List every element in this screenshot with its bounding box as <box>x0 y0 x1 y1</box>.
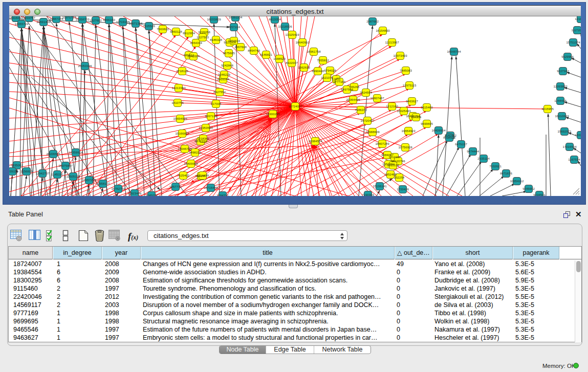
svg-text:1227503: 1227503 <box>197 35 209 39</box>
svg-text:16154830: 16154830 <box>376 29 390 32</box>
svg-text:3824554: 3824554 <box>360 91 372 94</box>
svg-text:15720407: 15720407 <box>360 119 375 122</box>
svg-text:8471676: 8471676 <box>500 171 512 175</box>
svg-text:18807249: 18807249 <box>375 142 389 145</box>
svg-text:10756928: 10756928 <box>398 145 412 149</box>
svg-text:1244415: 1244415 <box>554 99 567 102</box>
svg-text:9242848: 9242848 <box>221 63 233 67</box>
svg-text:9245072: 9245072 <box>145 193 158 196</box>
svg-text:917004: 917004 <box>211 102 222 105</box>
svg-text:18316093: 18316093 <box>9 16 23 19</box>
svg-text:15136141: 15136141 <box>373 184 387 188</box>
svg-text:9227342: 9227342 <box>557 69 569 73</box>
svg-text:20364436: 20364436 <box>346 98 360 101</box>
svg-text:6466160: 6466160 <box>103 18 115 21</box>
svg-text:1939159: 1939159 <box>9 169 18 173</box>
svg-text:1498222: 1498222 <box>189 150 201 154</box>
svg-text:8454749: 8454749 <box>248 49 260 52</box>
svg-text:18640910: 18640910 <box>295 40 310 44</box>
svg-text:1156819: 1156819 <box>20 169 33 173</box>
svg-text:12093832: 12093832 <box>553 84 568 88</box>
svg-text:17016504: 17016504 <box>562 145 577 148</box>
svg-text:10025433: 10025433 <box>397 109 411 113</box>
svg-text:16210643: 16210643 <box>555 114 569 118</box>
svg-text:20975867: 20975867 <box>58 164 73 167</box>
svg-text:16120746: 16120746 <box>391 159 405 163</box>
svg-text:1212160: 1212160 <box>386 104 398 108</box>
svg-text:9857771: 9857771 <box>169 185 182 188</box>
svg-text:20053346: 20053346 <box>78 64 92 68</box>
svg-text:1203954: 1203954 <box>575 133 581 137</box>
svg-text:1218342: 1218342 <box>197 137 209 140</box>
svg-text:164904: 164904 <box>411 115 422 119</box>
svg-text:8427552: 8427552 <box>213 90 226 94</box>
svg-text:746266: 746266 <box>349 85 360 89</box>
svg-text:16033809: 16033809 <box>207 17 221 21</box>
svg-text:15358703: 15358703 <box>75 17 90 21</box>
svg-text:15751074: 15751074 <box>566 40 580 44</box>
svg-text:1954634: 1954634 <box>228 39 240 42</box>
svg-text:12213967: 12213967 <box>385 40 399 44</box>
svg-text:7357224: 7357224 <box>228 25 240 29</box>
svg-text:10654112: 10654112 <box>510 179 524 183</box>
svg-text:9860128: 9860128 <box>170 30 182 33</box>
svg-text:2718126: 2718126 <box>176 69 188 73</box>
svg-text:8186328: 8186328 <box>210 38 222 41</box>
svg-text:2087682: 2087682 <box>366 19 379 23</box>
svg-text:8990448: 8990448 <box>312 69 324 73</box>
svg-text:8813054: 8813054 <box>269 17 281 21</box>
svg-text:1733426: 1733426 <box>397 187 409 191</box>
svg-text:17957255: 17957255 <box>82 178 96 182</box>
svg-text:15692971: 15692971 <box>557 129 572 133</box>
svg-text:19046788: 19046788 <box>178 147 192 150</box>
svg-text:12213383: 12213383 <box>171 86 186 90</box>
svg-text:12975115: 12975115 <box>403 83 417 87</box>
svg-text:9699695: 9699695 <box>421 122 433 125</box>
svg-text:11923446: 11923446 <box>128 191 142 195</box>
svg-text:16409948: 16409948 <box>184 162 198 165</box>
svg-text:9234501: 9234501 <box>533 193 546 196</box>
svg-text:10671355: 10671355 <box>128 21 143 25</box>
svg-text:14055724: 14055724 <box>14 22 29 26</box>
svg-text:7190304: 7190304 <box>362 193 374 196</box>
svg-text:19887378: 19887378 <box>49 17 63 20</box>
svg-text:19166827: 19166827 <box>175 132 189 135</box>
svg-text:12942737: 12942737 <box>35 171 50 175</box>
svg-text:18300295: 18300295 <box>266 112 280 116</box>
svg-text:10958107: 10958107 <box>96 182 110 185</box>
svg-text:18391104: 18391104 <box>229 16 243 19</box>
svg-text:2367608: 2367608 <box>234 45 247 49</box>
svg-text:7632621: 7632621 <box>489 164 502 168</box>
svg-text:8322037: 8322037 <box>286 61 298 64</box>
svg-text:16648784: 16648784 <box>447 50 461 53</box>
svg-text:3226058: 3226058 <box>198 30 210 34</box>
svg-text:1362615: 1362615 <box>298 65 310 69</box>
svg-text:7515526: 7515526 <box>143 24 155 28</box>
svg-text:12505135: 12505135 <box>66 174 80 178</box>
svg-text:20206535: 20206535 <box>46 152 60 156</box>
svg-text:1615132: 1615132 <box>387 163 399 167</box>
svg-text:1835061: 1835061 <box>11 163 23 167</box>
svg-text:7625402: 7625402 <box>177 173 189 177</box>
svg-text:9329966: 9329966 <box>561 55 574 58</box>
svg-text:1214479: 1214479 <box>197 173 209 177</box>
svg-text:7955812: 7955812 <box>317 58 329 62</box>
svg-text:1810755: 1810755 <box>171 101 184 104</box>
svg-text:20691406: 20691406 <box>36 20 51 24</box>
svg-text:7386372: 7386372 <box>355 108 367 112</box>
svg-text:10973493: 10973493 <box>393 54 407 57</box>
svg-text:1212167: 1212167 <box>388 155 401 159</box>
svg-text:1527602: 1527602 <box>90 18 102 22</box>
svg-text:1588520: 1588520 <box>273 57 286 60</box>
svg-text:252254: 252254 <box>394 176 405 179</box>
svg-text:13325419: 13325419 <box>285 33 299 36</box>
svg-text:1203757: 1203757 <box>23 16 35 19</box>
svg-text:9245652: 9245652 <box>522 187 535 190</box>
svg-text:19654925: 19654925 <box>173 117 187 120</box>
svg-text:7485083: 7485083 <box>400 69 412 72</box>
svg-text:17359924: 17359924 <box>69 150 83 154</box>
svg-text:6794028: 6794028 <box>324 69 336 72</box>
svg-text:16409954: 16409954 <box>431 128 446 132</box>
svg-text:7663822: 7663822 <box>157 27 169 31</box>
svg-text:10719155: 10719155 <box>116 20 130 24</box>
